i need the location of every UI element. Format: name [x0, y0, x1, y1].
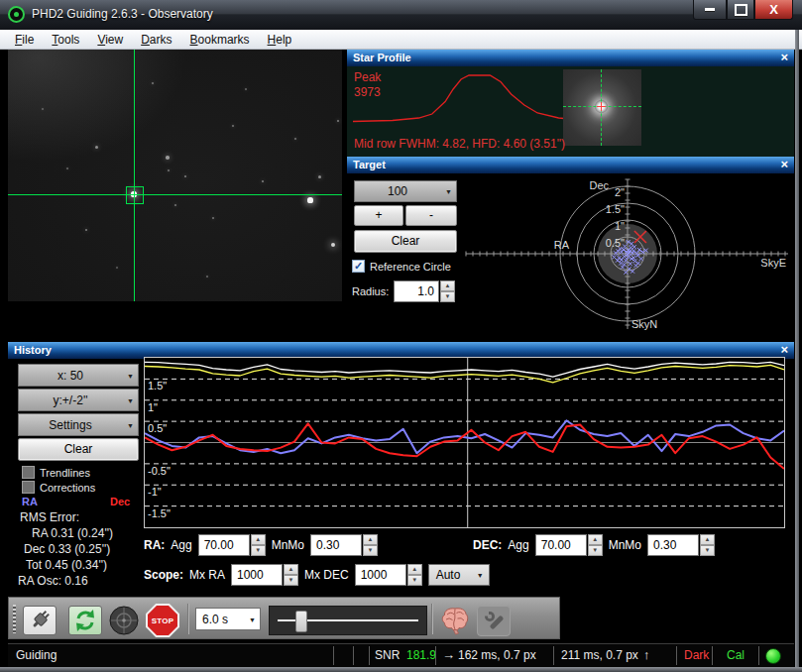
spin-up-icon[interactable]: ▲ — [251, 534, 266, 545]
crosshair-vertical — [134, 50, 135, 301]
svg-text:0.5": 0.5" — [148, 422, 167, 434]
history-clear-button[interactable]: Clear — [18, 438, 139, 461]
svg-text:SkyE: SkyE — [760, 257, 786, 269]
status-separator — [369, 646, 370, 665]
menu-darks[interactable]: Darks — [132, 31, 180, 49]
svg-text:-0.5": -0.5" — [148, 465, 171, 477]
star — [95, 146, 98, 149]
mxra-value[interactable]: 1000 — [231, 564, 283, 586]
fwhm-readout: Mid row FWHM: 4.82, HFD: 4.60 (3.51") — [354, 137, 565, 151]
star — [66, 168, 68, 169]
corrections-checkbox[interactable] — [22, 481, 35, 494]
toolbar-separator — [431, 604, 433, 634]
trendlines-label: Trendlines — [40, 467, 90, 479]
spin-down-icon[interactable]: ▼ — [588, 545, 603, 556]
maximize-button[interactable] — [727, 0, 754, 20]
history-y-scale-dropdown[interactable]: y:+/-2'' ▼ — [18, 389, 139, 411]
star — [232, 125, 234, 127]
star — [337, 120, 340, 123]
connect-equipment-button[interactable] — [23, 606, 57, 635]
ra-agg-value[interactable]: 70.00 — [198, 534, 250, 556]
toolbar-separator — [187, 604, 189, 634]
spin-down-icon[interactable]: ▼ — [407, 575, 422, 586]
stop-sign-icon: STOP — [146, 604, 179, 637]
svg-text:-1.5": -1.5" — [148, 507, 171, 519]
phd2-window: PHD2 Guiding 2.6.3 - Observatory X File … — [0, 0, 802, 672]
trendlines-checkbox[interactable] — [22, 466, 35, 479]
dec-agg-value[interactable]: 70.00 — [535, 534, 587, 556]
menu-bookmarks[interactable]: Bookmarks — [181, 31, 259, 49]
history-title: History — [14, 344, 52, 356]
begin-guiding-button[interactable] — [107, 606, 141, 635]
centroid-marker-v — [601, 102, 602, 111]
svg-text:1": 1" — [148, 401, 158, 413]
svg-text:Dec: Dec — [589, 179, 609, 191]
dec-guide-mode-dropdown[interactable]: Auto ▼ — [428, 564, 490, 586]
window-titlebar[interactable]: PHD2 Guiding 2.6.3 - Observatory X — [0, 0, 802, 30]
loop-exposures-button[interactable] — [68, 606, 102, 635]
star-profile-pane: Star Profile × Peak 3973 Mid row FWHM: 4… — [347, 50, 794, 157]
ra-osc-value: RA Osc: 0.16 — [18, 574, 88, 588]
star-profile-titlebar[interactable]: Star Profile × — [347, 50, 794, 66]
history-close-icon[interactable]: × — [780, 342, 788, 358]
guide-image-panel[interactable] — [8, 50, 342, 342]
phd2-logo-icon — [8, 6, 25, 23]
spin-up-icon[interactable]: ▲ — [588, 534, 603, 545]
spin-up-icon[interactable]: ▲ — [284, 564, 298, 575]
ra-legend-label[interactable]: RA — [22, 496, 38, 507]
mxra-spinner[interactable]: 1000 ▲▼ — [231, 564, 298, 586]
starfield-image[interactable] — [8, 50, 342, 301]
close-button[interactable]: X — [754, 0, 793, 20]
exposure-dropdown[interactable]: 6.0 s ▼ — [195, 608, 261, 630]
rms-tot-value: Tot 0.45 (0.34'') — [26, 558, 107, 572]
status-bar: Guiding SNR 181.9 → 162 ms, 0.7 px 211 m… — [8, 643, 794, 667]
spin-down-icon[interactable]: ▼ — [284, 575, 298, 586]
star-profile-close-icon[interactable]: × — [780, 50, 788, 65]
spin-down-icon[interactable]: ▼ — [700, 545, 715, 556]
history-settings-dropdown[interactable]: Settings ▼ — [18, 413, 139, 436]
spin-down-icon[interactable]: ▼ — [363, 545, 378, 556]
chevron-down-icon: ▼ — [249, 616, 256, 622]
mxdec-value[interactable]: 1000 — [355, 564, 406, 586]
spin-down-icon[interactable]: ▼ — [251, 545, 266, 556]
status-separator — [353, 646, 354, 665]
history-x-scale-dropdown[interactable]: x: 50 ▼ — [18, 364, 139, 387]
dec-legend-label[interactable]: Dec — [110, 496, 130, 507]
close-icon: X — [769, 2, 778, 17]
spin-up-icon[interactable]: ▲ — [407, 564, 422, 575]
ra-agg-label: Agg — [171, 538, 191, 552]
ra-mnmo-value[interactable]: 0.30 — [310, 534, 362, 556]
stretch-slider[interactable] — [269, 606, 427, 635]
menu-file[interactable]: File — [6, 31, 43, 49]
dec-agg-spinner[interactable]: 70.00 ▲▼ — [535, 534, 603, 556]
slider-thumb[interactable] — [295, 611, 307, 632]
camera-settings-button[interactable] — [477, 606, 511, 636]
spin-up-icon[interactable]: ▲ — [363, 534, 378, 545]
menu-tools[interactable]: Tools — [43, 31, 88, 49]
stop-button[interactable]: STOP — [146, 606, 179, 635]
advanced-settings-button[interactable] — [439, 606, 471, 635]
window-frame-right — [795, 30, 799, 667]
toolbar-grip[interactable] — [13, 605, 16, 633]
ra-mnmo-spinner[interactable]: 0.30 ▲▼ — [310, 534, 378, 556]
history-pane: History × x: 50 ▼ y:+/-2'' ▼ Settings ▼ … — [8, 342, 794, 596]
dec-mnmo-spinner[interactable]: 0.30 ▲▼ — [647, 534, 715, 556]
mxdec-spinner[interactable]: 1000 ▲▼ — [355, 564, 422, 586]
x-scale-value: x: 50 — [19, 368, 122, 382]
target-close-icon[interactable]: × — [780, 157, 788, 172]
minimize-button[interactable] — [693, 0, 727, 20]
star — [174, 204, 177, 207]
spin-up-icon[interactable]: ▲ — [700, 534, 715, 545]
svg-text:RA: RA — [554, 239, 570, 251]
ra-agg-spinner[interactable]: 70.00 ▲▼ — [198, 534, 266, 556]
svg-text:1": 1" — [615, 220, 625, 232]
window-frame-bottom — [0, 667, 802, 672]
dec-mnmo-value[interactable]: 0.30 — [647, 534, 699, 556]
mxra-label: Mx RA — [189, 568, 225, 582]
menu-view[interactable]: View — [88, 31, 132, 49]
target-titlebar[interactable]: Target × — [347, 157, 794, 173]
menu-help[interactable]: Help — [259, 31, 301, 49]
star-tracking-box — [126, 186, 144, 204]
star — [331, 243, 336, 248]
exposure-value: 6.0 s — [196, 612, 244, 625]
